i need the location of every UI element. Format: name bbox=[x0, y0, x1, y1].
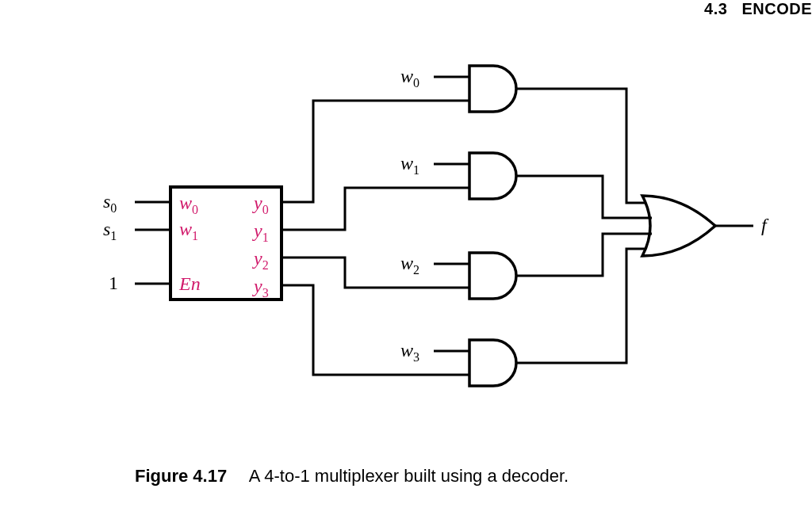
wire-y1 bbox=[282, 188, 469, 230]
input-s1-label: s1 bbox=[103, 219, 117, 242]
and-gate-0 bbox=[469, 66, 516, 112]
input-en-const-label: 1 bbox=[109, 273, 118, 293]
figure-label: Figure 4.17 bbox=[135, 466, 227, 486]
wire-and3-or bbox=[516, 249, 646, 363]
or-gate bbox=[642, 196, 715, 256]
figure-description: A 4-to-1 multiplexer built using a decod… bbox=[249, 466, 569, 486]
and-gate-2 bbox=[469, 253, 516, 299]
circuit-diagram: w0 w1 En y0 y1 y2 y3 s0 s1 1 w0 w1 bbox=[0, 0, 812, 519]
input-s0-label: s0 bbox=[103, 191, 117, 215]
and-gate-1 bbox=[469, 153, 516, 199]
and-input-w0-label: w0 bbox=[400, 66, 419, 90]
figure-caption: Figure 4.17 A 4-to-1 multiplexer built u… bbox=[135, 466, 569, 487]
and-input-w1-label: w1 bbox=[400, 153, 419, 177]
wire-and1-or bbox=[516, 176, 652, 218]
and-input-w3-label: w3 bbox=[400, 340, 419, 364]
decoder-in-en-label: En bbox=[178, 273, 201, 294]
wire-y3 bbox=[282, 285, 469, 375]
wire-y2 bbox=[282, 258, 469, 288]
wire-and2-or bbox=[516, 234, 652, 276]
output-f-label: f bbox=[761, 215, 769, 235]
wire-and0-or bbox=[516, 89, 646, 203]
and-gate-3 bbox=[469, 340, 516, 386]
and-input-w2-label: w2 bbox=[400, 253, 419, 277]
